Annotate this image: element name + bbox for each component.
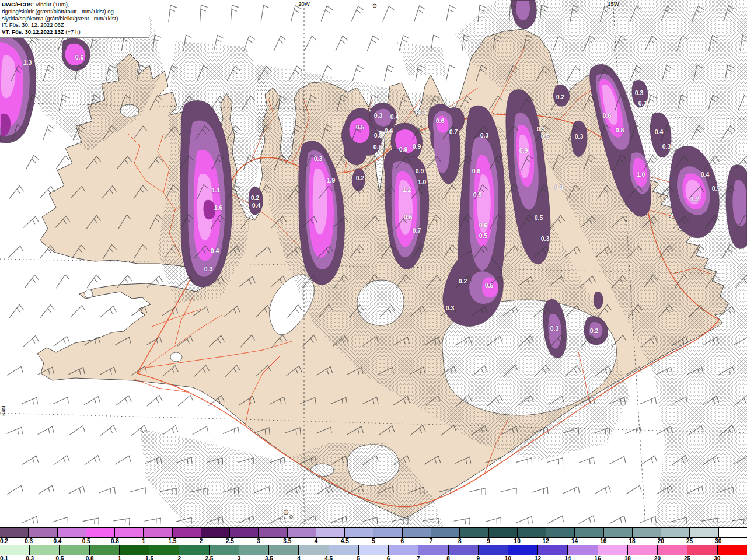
scale-tick-label: 0.3 [26, 555, 34, 560]
scale-segment [403, 528, 431, 537]
scale-tick-label: 14 [564, 555, 571, 560]
scale-segment [508, 545, 538, 555]
scale-segment [115, 528, 144, 537]
scale-tick-label: 10 [505, 555, 511, 560]
scale-segment [633, 528, 661, 537]
scale-tick-label: 14 [571, 538, 578, 545]
scale-tick-label: 25 [686, 538, 693, 545]
rain-scale-labels: 0.10.30.50.811.522.533.544.5567891012141… [0, 555, 747, 560]
scale-segment [316, 528, 345, 537]
scale-segment [374, 528, 402, 537]
scale-tick-label: 3.5 [283, 538, 291, 545]
scale-segment [460, 528, 488, 537]
info-line-2: rigning/skúrir (grænt/blátt/rautt - mm/1… [2, 8, 146, 15]
island-grimsey [373, 4, 376, 8]
scale-tick-label: 9 [487, 538, 490, 545]
scale-tick-label: 3 [257, 538, 260, 545]
sleet-snow-scale-labels: 0.20.30.40.50.811.522.533.544.5567891012… [0, 538, 747, 545]
scale-tick-label: 1.5 [145, 555, 153, 560]
lake-thingvallavatn [170, 352, 182, 362]
scale-tick-label: 1 [142, 538, 145, 545]
scale-segment [299, 545, 329, 555]
scale-tick-label: 25 [684, 555, 690, 560]
scale-segment [489, 528, 518, 537]
scale-segment [120, 545, 149, 555]
parallel-label: 64N [0, 405, 6, 416]
scale-tick-label: 6 [400, 538, 404, 545]
scale-segment [359, 545, 389, 555]
scale-segment [518, 528, 546, 537]
weather-map: 20W15W66N64N [0, 0, 747, 560]
scale-tick-label: 4.5 [341, 538, 349, 545]
scale-segment [0, 545, 30, 555]
scale-segment [210, 545, 239, 555]
scale-segment [230, 528, 259, 537]
info-line-1: UWC/ECDS: Vindur (10m), [2, 1, 146, 8]
rain-scale-bar [0, 545, 747, 555]
scale-tick-label: 2 [177, 555, 181, 560]
scale-tick-label: 16 [600, 538, 606, 545]
scale-segment [719, 528, 747, 537]
scale-tick-label: 4 [315, 538, 318, 545]
weather-map-screen: 20W15W66N64N [0, 0, 747, 560]
scale-segment [149, 545, 179, 555]
scale-segment [718, 545, 747, 555]
scale-segment [628, 545, 658, 555]
scale-segment [575, 528, 603, 537]
scale-segment [687, 545, 717, 555]
scale-tick-label: 0.5 [82, 538, 90, 545]
scale-tick-label: 1 [118, 555, 121, 560]
precipitation-colorbars: 0.20.30.40.50.811.522.533.544.5567891012… [0, 527, 747, 560]
scale-segment [29, 528, 57, 537]
scale-segment [658, 545, 687, 555]
info-line-4: IT: Fös. 30. 12. 2022 06Z [2, 22, 146, 29]
scale-tick-label: 4 [297, 555, 301, 560]
scale-tick-label: 9 [476, 555, 480, 560]
scale-segment [449, 545, 479, 555]
scale-segment [30, 545, 60, 555]
scale-segment [538, 545, 568, 555]
scale-tick-label: 1.5 [168, 538, 176, 545]
scale-segment [598, 545, 628, 555]
scale-segment [269, 545, 299, 555]
scale-tick-label: 18 [624, 555, 631, 560]
info-line-3: slydda/snjókoma (grátt/bleikt/grænt - mm… [2, 15, 146, 22]
scale-tick-label: 5 [372, 538, 375, 545]
scale-segment [661, 528, 690, 537]
scale-tick-label: 30 [714, 555, 720, 560]
meridian-label: 15W [608, 1, 619, 7]
scale-tick-label: 0.8 [86, 555, 94, 560]
scale-tick-label: 0.3 [25, 538, 33, 545]
info-line-5: VT: Fös. 30.12.2022 13Z (+7 h) [2, 29, 146, 36]
scale-segment [173, 528, 201, 537]
scale-segment [86, 528, 115, 537]
scale-segment [239, 545, 269, 555]
scale-tick-label: 2.5 [205, 555, 213, 560]
scale-segment [90, 545, 120, 555]
scale-segment [288, 528, 316, 537]
scale-tick-label: 2.5 [226, 538, 234, 545]
scale-tick-label: 20 [658, 538, 664, 545]
scale-segment [690, 528, 718, 537]
scale-tick-label: 0.2 [0, 538, 8, 545]
scale-tick-label: 12 [535, 555, 541, 560]
scale-tick-label: 5 [357, 555, 361, 560]
meridian-label: 20W [298, 1, 310, 7]
scale-tick-label: 8 [458, 538, 462, 545]
scale-tick-label: 20 [654, 555, 661, 560]
scale-segment [418, 545, 448, 555]
scale-segment [568, 545, 598, 555]
scale-tick-label: 7 [430, 538, 433, 545]
scale-tick-label: 18 [629, 538, 636, 545]
scale-tick-label: 30 [715, 538, 721, 545]
scale-tick-label: 3 [238, 555, 241, 560]
scale-segment [546, 528, 575, 537]
sleet-snow-scale-bar [0, 527, 747, 538]
scale-segment [259, 528, 287, 537]
scale-segment [604, 528, 633, 537]
scale-segment [345, 528, 374, 537]
scale-segment [389, 545, 418, 555]
scale-tick-label: 3.5 [265, 555, 273, 560]
scale-tick-label: 0.5 [55, 555, 64, 560]
scale-tick-label: 4.5 [324, 555, 333, 560]
